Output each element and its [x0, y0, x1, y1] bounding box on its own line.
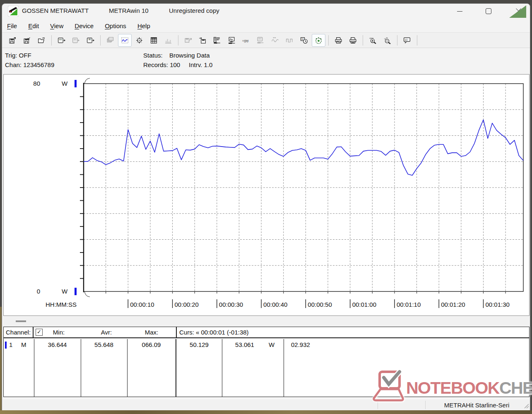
svg-text:=ƒ(x): =ƒ(x) [242, 39, 249, 43]
annotations-button[interactable]: 1/2 [400, 34, 414, 47]
waveform-view-button[interactable] [118, 34, 132, 47]
cursor-unit: W [263, 341, 280, 348]
panel-splitter [3, 316, 530, 327]
toolbar-separator [363, 35, 363, 46]
time-settings-button[interactable]: 12 [297, 34, 311, 47]
header-stats: ✓ Min: Avr: Max: [34, 327, 176, 337]
toolbar-separator [417, 35, 417, 46]
cursor-table-header: Channel: ✓ Min: Avr: Max: Curs: « 00:00:… [4, 327, 529, 338]
header-avr: Avr: [83, 329, 130, 336]
statusbar-divider [378, 401, 378, 409]
app-logo-icon [8, 6, 19, 17]
title-app: METRAwin 10 [109, 7, 149, 14]
menubar: FileEditViewDeviceOptionsHelp [2, 19, 530, 32]
cursor-delta: 02.932 [291, 341, 320, 348]
svg-text:1/2: 1/2 [404, 39, 407, 41]
save-as-button[interactable] [20, 34, 34, 47]
live-timer-button[interactable] [312, 34, 325, 47]
export-data-button [181, 34, 195, 47]
svg-text:W: W [62, 80, 68, 87]
write-device-321-button: 321 [69, 34, 83, 47]
crosshair-view-button[interactable] [132, 34, 146, 47]
toolbar-separator [51, 35, 52, 46]
header-max: Max: [130, 329, 173, 336]
import-from-device-button[interactable] [196, 34, 209, 47]
cursor-value-1: 50.129 [176, 341, 222, 348]
menu-edit[interactable]: Edit [28, 22, 39, 29]
header-channel: Channel: [4, 327, 34, 337]
statusbar-resize-grip[interactable] [523, 403, 529, 410]
maximize-icon [486, 8, 491, 14]
minimize-button[interactable] [450, 4, 469, 19]
channel-visible-checkbox[interactable]: ✓ [36, 329, 43, 336]
print-report-button[interactable] [346, 34, 360, 47]
desktop-background-strip [0, 410, 532, 414]
svg-text:00:00:40: 00:00:40 [263, 301, 287, 308]
app-window: GOSSEN METRAWATT METRAwin 10 Unregistere… [2, 3, 530, 411]
histogram-view-button [161, 34, 175, 47]
avr-value: 55.648 [81, 341, 127, 348]
maximize-button[interactable] [479, 4, 498, 19]
zoom-out-button[interactable] [380, 34, 394, 47]
records-count: Records: 100 [143, 61, 180, 68]
analog-trigger-button [268, 34, 282, 47]
table-view-button[interactable] [147, 34, 161, 47]
svg-text:00:01:10: 00:01:10 [397, 301, 421, 308]
splitter-grip-handle[interactable] [16, 320, 26, 322]
device-model-text: METRAHit Starline-Seri [444, 402, 510, 409]
chart-svg[interactable]: 80W0WHH:MM:SS00:00:1000:00:2000:00:3000:… [4, 75, 529, 315]
header-cursor: Curs: « 00:00:01 (-01:38) [176, 327, 529, 337]
column-divider [284, 339, 284, 397]
status-label: Status: [143, 52, 163, 59]
svg-text:0: 0 [37, 288, 40, 295]
min-value: 36.644 [34, 341, 81, 348]
status-value: Browsing Data [169, 52, 210, 59]
svg-text:1257: 1257 [109, 38, 113, 40]
read-device-m-button[interactable]: M [84, 34, 97, 47]
resize-corner-badge [509, 5, 526, 18]
open-file-button[interactable] [35, 34, 48, 47]
desktop-background-sliver [0, 307, 2, 410]
minimize-icon [457, 11, 462, 12]
title-license: Unregistered copy [169, 7, 219, 14]
menu-options[interactable]: Options [105, 22, 126, 29]
svg-text:12: 12 [301, 38, 304, 40]
device-model-panel: METRAHit Starline-Seri [425, 399, 528, 411]
title-brand: GOSSEN METRAWATT [22, 7, 89, 14]
print-chart-button[interactable] [332, 34, 345, 47]
cursor-table: Channel: ✓ Min: Avr: Max: Curs: « 00:00:… [3, 327, 530, 397]
svg-text:00:01:00: 00:01:00 [352, 301, 376, 308]
read-device-321-button[interactable]: 321 [55, 34, 68, 47]
max-value: 066.09 [127, 341, 176, 348]
svg-text:00:00:30: 00:00:30 [219, 301, 243, 308]
zoom-in-button[interactable] [366, 34, 380, 47]
svg-text:M: M [89, 39, 90, 41]
channel-mode: M [21, 341, 26, 348]
status-panel: Trig: OFF Chan: 123456789 Status: Browsi… [2, 48, 530, 74]
menu-device[interactable]: Device [75, 22, 94, 29]
toolbar-separator [328, 35, 329, 46]
menu-view[interactable]: View [50, 22, 63, 29]
trigger-status: Trig: OFF [5, 52, 31, 59]
device-settings-list-button[interactable] [210, 34, 224, 47]
toolbar-separator [397, 35, 397, 46]
svg-text:321: 321 [59, 39, 62, 41]
cursor-value-2: 53.061 [222, 341, 267, 348]
statusbar: METRAHit Starline-Seri [2, 399, 530, 411]
svg-text:00:01:20: 00:01:20 [441, 301, 465, 308]
multi-display-view-button: 1257 [104, 34, 117, 47]
table-row: 1 M 36.644 55.648 066.09 50.129 53.061 W… [4, 339, 529, 397]
monitor-settings-button[interactable] [225, 34, 238, 47]
svg-text:00:00:20: 00:00:20 [175, 301, 199, 308]
menu-help[interactable]: Help [137, 22, 150, 29]
menu-file[interactable]: File [7, 22, 17, 29]
save-file-button[interactable] [6, 34, 19, 47]
formula-button[interactable]: =ƒ(x) [239, 34, 253, 47]
svg-text:321: 321 [74, 39, 77, 41]
channel-number: 1 [9, 341, 12, 348]
svg-text:00:00:50: 00:00:50 [308, 301, 332, 308]
pulse-trigger-button [283, 34, 296, 47]
svg-text:80: 80 [33, 80, 40, 87]
chart-panel: 80W0WHH:MM:SS00:00:1000:00:2000:00:3000:… [3, 74, 530, 316]
interval-value: Intrv. 1.0 [189, 61, 212, 68]
